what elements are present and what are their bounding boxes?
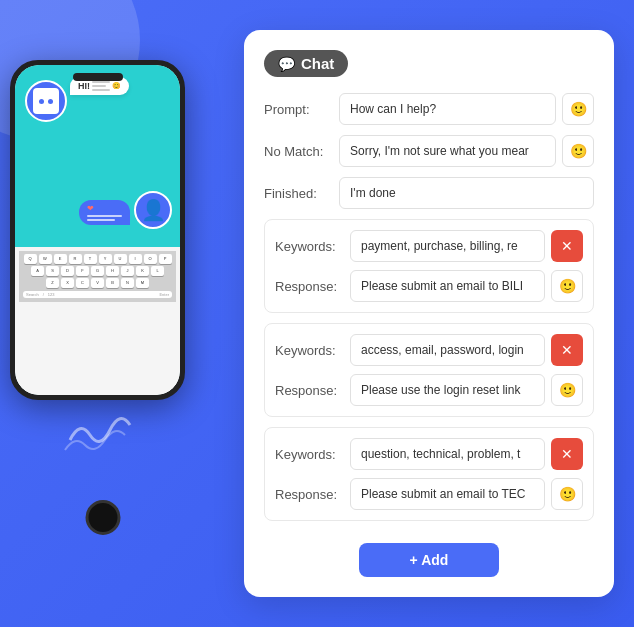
response-row-1: Response: 🙂 (275, 270, 583, 302)
keyword-group-2: Keywords: ✕ Response: 🙂 (264, 323, 594, 417)
wave-decoration (60, 380, 140, 460)
phone-mockup: HI! 😊 👤 ❤ (10, 60, 195, 490)
response-row-2: Response: 🙂 (275, 374, 583, 406)
response-input-3[interactable] (350, 478, 545, 510)
keywords-row-1: Keywords: ✕ (275, 230, 583, 262)
keywords-row-3: Keywords: ✕ (275, 438, 583, 470)
prompt-row: Prompt: 🙂 (264, 93, 594, 125)
no-match-input[interactable] (339, 135, 556, 167)
user-chat-bubble: ❤ (79, 200, 130, 225)
chat-panel: 💬 Chat Prompt: 🙂 No Match: 🙂 Finished: K… (244, 30, 614, 597)
delete-button-3[interactable]: ✕ (551, 438, 583, 470)
keyword-group-3: Keywords: ✕ Response: 🙂 (264, 427, 594, 521)
response-label-3: Response: (275, 487, 350, 502)
response-emoji-button-1[interactable]: 🙂 (551, 270, 583, 302)
keyword-group-1: Keywords: ✕ Response: 🙂 (264, 219, 594, 313)
prompt-label: Prompt: (264, 102, 339, 117)
prompt-input[interactable] (339, 93, 556, 125)
finished-label: Finished: (264, 186, 339, 201)
keywords-label-2: Keywords: (275, 343, 350, 358)
panel-title: Chat (301, 55, 334, 72)
keywords-label-3: Keywords: (275, 447, 350, 462)
chat-icon: 💬 (278, 56, 295, 72)
delete-button-1[interactable]: ✕ (551, 230, 583, 262)
keyboard-area: QWE RTY UIO P ASD FGH JKL ZXC VBN M (19, 251, 176, 302)
keywords-input-1[interactable] (350, 230, 545, 262)
keywords-row-2: Keywords: ✕ (275, 334, 583, 366)
user-avatar: 👤 (134, 191, 172, 229)
panel-header: 💬 Chat (264, 50, 594, 77)
finished-row: Finished: (264, 177, 594, 209)
no-match-label: No Match: (264, 144, 339, 159)
keywords-label-1: Keywords: (275, 239, 350, 254)
response-label-2: Response: (275, 383, 350, 398)
response-input-1[interactable] (350, 270, 545, 302)
keywords-input-3[interactable] (350, 438, 545, 470)
response-emoji-button-3[interactable]: 🙂 (551, 478, 583, 510)
response-input-2[interactable] (350, 374, 545, 406)
response-row-3: Response: 🙂 (275, 478, 583, 510)
response-label-1: Response: (275, 279, 350, 294)
robot-avatar (25, 80, 67, 122)
panel-header-badge: 💬 Chat (264, 50, 348, 77)
add-button[interactable]: + Add (359, 543, 499, 577)
phone-home-button[interactable] (85, 500, 120, 535)
no-match-emoji-button[interactable]: 🙂 (562, 135, 594, 167)
response-emoji-button-2[interactable]: 🙂 (551, 374, 583, 406)
no-match-row: No Match: 🙂 (264, 135, 594, 167)
delete-button-2[interactable]: ✕ (551, 334, 583, 366)
keywords-input-2[interactable] (350, 334, 545, 366)
prompt-emoji-button[interactable]: 🙂 (562, 93, 594, 125)
phone-notch (73, 73, 123, 81)
finished-input[interactable] (339, 177, 594, 209)
